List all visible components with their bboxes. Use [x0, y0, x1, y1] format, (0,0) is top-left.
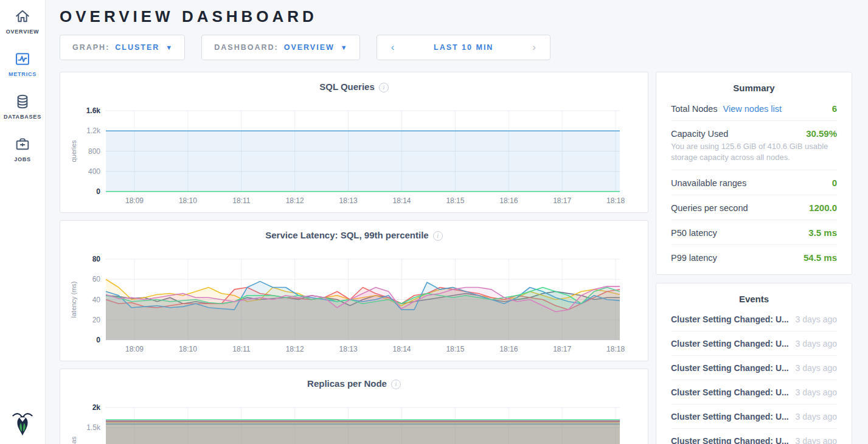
svg-text:18:10: 18:10	[179, 345, 197, 353]
summary-label: Total Nodes	[671, 104, 718, 114]
time-range-button[interactable]: LAST 10 MIN	[409, 35, 519, 60]
event-label: Cluster Setting Changed: U...	[671, 387, 789, 397]
graph-dropdown-label: GRAPH:	[72, 43, 109, 52]
svg-text:800: 800	[88, 147, 100, 156]
sidebar-item-jobs[interactable]: JOBS	[14, 136, 31, 162]
chart-title: Service Latency: SQL, 99th percentile	[265, 230, 428, 240]
svg-text:18:11: 18:11	[232, 196, 250, 205]
summary-row-p99-latency: P99 latency 54.5 ms	[671, 245, 837, 269]
charts-column: SQL Queriesi 18:0918:1018:1118:1218:1318…	[60, 72, 648, 444]
sidebar-item-databases[interactable]: DATABASES	[4, 93, 41, 120]
event-time: 3 days ago	[796, 314, 838, 324]
svg-text:18:09: 18:09	[125, 196, 144, 205]
svg-text:replicas: replicas	[70, 436, 77, 444]
sidebar-item-label: METRICS	[9, 71, 36, 77]
svg-text:18:12: 18:12	[286, 345, 304, 353]
chevron-down-icon: ▼	[165, 44, 172, 51]
svg-text:60: 60	[92, 275, 101, 283]
replicas-per-node-chart-card: Replicas per Nodei 18:0918:1018:1118:121…	[60, 369, 648, 444]
event-time: 3 days ago	[796, 387, 838, 397]
chart-title: SQL Queries	[319, 82, 375, 92]
chart-title: Replicas per Node	[307, 378, 387, 389]
chart-title-row: SQL Queriesi	[60, 72, 648, 95]
sql-queries-chart[interactable]: 18:0918:1018:1118:1218:1318:1418:1518:16…	[60, 95, 648, 211]
main-content: OVERVIEW DASHBOARD GRAPH: CLUSTER ▼ DASH…	[46, 0, 868, 444]
svg-text:1.6k: 1.6k	[86, 106, 101, 115]
event-label: Cluster Setting Changed: U...	[671, 339, 789, 349]
sidebar-item-overview[interactable]: OVERVIEW	[6, 8, 40, 35]
events-title: Events	[656, 283, 852, 307]
svg-text:80: 80	[92, 255, 101, 263]
svg-text:18:15: 18:15	[446, 345, 464, 353]
page-title: OVERVIEW DASHBOARD	[60, 7, 853, 26]
summary-value: 1200.0	[809, 203, 837, 213]
summary-value: 6	[832, 103, 837, 114]
summary-panel: Summary Total Nodes View nodes list 6 Ca…	[656, 72, 852, 275]
summary-label: Capacity Used	[671, 129, 728, 139]
svg-text:1.5k: 1.5k	[86, 423, 101, 432]
svg-text:18:11: 18:11	[232, 345, 250, 353]
summary-label: P99 latency	[671, 253, 717, 263]
event-label: Cluster Setting Changed: U...	[671, 436, 789, 444]
summary-row-capacity-used: Capacity Used 30.59% You are using 125.6…	[671, 121, 837, 170]
time-window-selector: ‹ LAST 10 MIN ›	[377, 35, 550, 60]
summary-value: 3.5 ms	[808, 227, 837, 238]
content-grid: SQL Queriesi 18:0918:1018:1118:1218:1318…	[60, 72, 853, 444]
chart-title-row: Service Latency: SQL, 99th percentilei	[60, 221, 648, 244]
event-row[interactable]: Cluster Setting Changed: U... 3 days ago	[671, 404, 837, 429]
dashboard-dropdown-label: DASHBOARD:	[214, 43, 278, 52]
event-label: Cluster Setting Changed: U...	[671, 314, 789, 324]
cockroachdb-logo[interactable]	[0, 410, 45, 438]
svg-text:0: 0	[96, 187, 100, 196]
summary-row-total-nodes: Total Nodes View nodes list 6	[671, 96, 837, 121]
svg-text:18:18: 18:18	[606, 345, 625, 353]
event-label: Cluster Setting Changed: U...	[671, 363, 789, 373]
replicas-per-node-chart[interactable]: 18:0918:1018:1118:1218:1318:1418:1518:16…	[60, 392, 648, 444]
summary-row-unavailable-ranges: Unavailable ranges 0	[671, 170, 837, 195]
chevron-down-icon: ▼	[341, 44, 347, 51]
svg-text:18:14: 18:14	[392, 345, 411, 353]
svg-text:18:13: 18:13	[339, 196, 358, 205]
sidebar-item-label: JOBS	[14, 156, 31, 162]
graph-dropdown[interactable]: GRAPH: CLUSTER ▼	[60, 35, 185, 60]
svg-text:2k: 2k	[92, 403, 101, 412]
info-icon[interactable]: i	[391, 380, 401, 389]
sql-queries-chart-card: SQL Queriesi 18:0918:1018:1118:1218:1318…	[60, 72, 648, 213]
service-latency-chart[interactable]: 18:0918:1018:1118:1218:1318:1418:1518:16…	[60, 244, 648, 359]
svg-text:18:17: 18:17	[553, 196, 571, 205]
event-row[interactable]: Cluster Setting Changed: U... 3 days ago	[671, 356, 837, 380]
graph-dropdown-value: CLUSTER	[115, 43, 159, 52]
summary-label: Unavailable ranges	[671, 178, 746, 188]
chart-title-row: Replicas per Nodei	[60, 369, 648, 392]
event-row[interactable]: Cluster Setting Changed: U... 3 days ago	[671, 307, 837, 331]
sidebar-item-label: OVERVIEW	[6, 29, 40, 35]
capacity-description: You are using 125.6 GiB of 410.6 GiB usa…	[671, 141, 837, 163]
home-icon	[14, 8, 31, 25]
sidebar-item-metrics[interactable]: METRICS	[9, 50, 36, 77]
info-icon[interactable]: i	[379, 83, 389, 92]
dashboard-dropdown[interactable]: DASHBOARD: OVERVIEW ▼	[201, 35, 359, 60]
svg-text:1.2k: 1.2k	[86, 127, 101, 135]
info-icon[interactable]: i	[433, 231, 443, 241]
summary-label: P50 latency	[671, 228, 717, 238]
right-column: Summary Total Nodes View nodes list 6 Ca…	[656, 72, 852, 444]
summary-row-p50-latency: P50 latency 3.5 ms	[671, 220, 837, 245]
event-row[interactable]: Cluster Setting Changed: U... 3 days ago	[671, 429, 837, 444]
svg-text:20: 20	[92, 316, 101, 324]
time-prev-button[interactable]: ‹	[377, 35, 409, 60]
svg-text:18:09: 18:09	[125, 345, 144, 353]
view-nodes-list-link[interactable]: View nodes list	[723, 104, 782, 114]
event-time: 3 days ago	[796, 339, 838, 349]
sidebar: OVERVIEW METRICS DATABASES	[0, 0, 46, 444]
svg-text:18:10: 18:10	[179, 196, 197, 205]
svg-text:18:14: 18:14	[392, 196, 411, 205]
event-row[interactable]: Cluster Setting Changed: U... 3 days ago	[671, 331, 837, 356]
svg-text:18:15: 18:15	[446, 196, 464, 205]
event-row[interactable]: Cluster Setting Changed: U... 3 days ago	[671, 380, 837, 404]
svg-text:18:18: 18:18	[606, 196, 625, 205]
svg-text:18:13: 18:13	[339, 345, 358, 353]
event-time: 3 days ago	[796, 363, 838, 373]
time-next-button[interactable]: ›	[519, 35, 550, 60]
metrics-icon	[14, 50, 31, 68]
event-time: 3 days ago	[796, 436, 838, 444]
